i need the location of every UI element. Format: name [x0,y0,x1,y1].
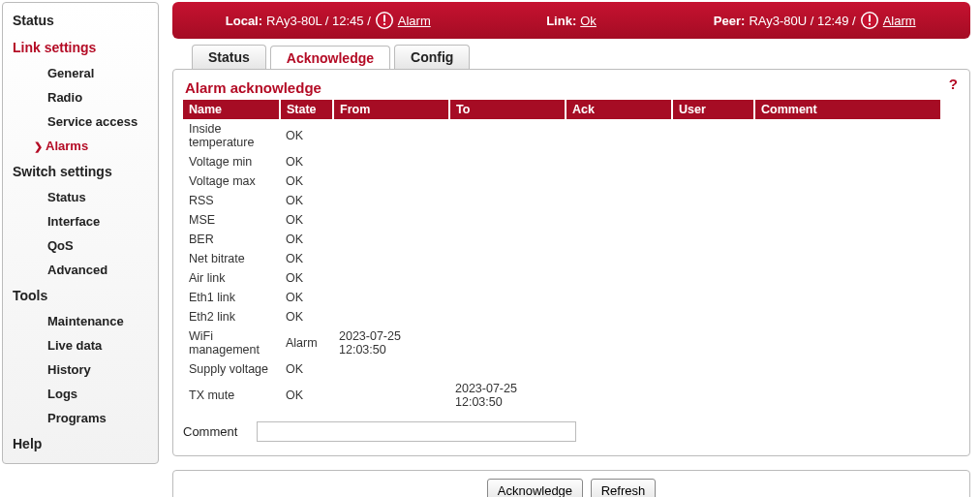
nav-interface[interactable]: Interface [3,209,158,233]
cell-from [333,268,449,288]
svg-rect-6 [869,16,871,22]
nav-tools[interactable]: Tools [3,282,158,309]
link-value[interactable]: Ok [580,14,597,28]
help-icon[interactable]: ? [949,76,958,92]
nav-status[interactable]: Status [3,7,158,34]
cell-name: WiFi management [183,326,280,359]
nav-logs[interactable]: Logs [3,382,158,406]
nav-service-access[interactable]: Service access [3,109,158,134]
table-row: MSEOK [183,210,940,230]
nav-alarms[interactable]: Alarms [3,134,158,158]
cell-state: OK [280,119,333,152]
col-ack: Ack [566,100,672,119]
cell-name: Voltage max [183,171,280,191]
local-label: Local: [226,14,262,28]
cell-comment [754,307,940,326]
nav-help[interactable]: Help [3,430,158,457]
tab-status[interactable]: Status [192,45,266,69]
tab-config[interactable]: Config [394,45,470,69]
cell-to [449,307,566,326]
panel-title: Alarm acknowledge [185,79,960,96]
cell-ack [566,119,672,152]
refresh-button[interactable]: Refresh [591,479,657,497]
cell-user [672,288,754,307]
nav-live-data[interactable]: Live data [3,333,158,357]
cell-to [449,249,566,268]
cell-from [333,307,449,326]
cell-ack [566,191,672,210]
local-value: RAy3-80L / 12:45 / [266,14,371,28]
nav-radio[interactable]: Radio [3,85,158,109]
local-alarm-link[interactable]: Alarm [398,14,431,28]
cell-comment [754,191,940,210]
cell-ack [566,230,672,249]
nav-link-settings[interactable]: Link settings [3,34,158,61]
cell-state: OK [280,359,333,379]
table-row: Net bitrateOK [183,249,940,268]
cell-comment [754,268,940,288]
cell-user [672,191,754,210]
cell-ack [566,171,672,191]
cell-from [333,191,449,210]
peer-label: Peer: [714,14,746,28]
cell-name: Eth1 link [183,288,280,307]
nav-switch-status[interactable]: Status [3,185,158,209]
table-row: Voltage maxOK [183,171,940,191]
nav-advanced[interactable]: Advanced [3,258,158,282]
alarm-table: Name State From To Ack User Comment Insi… [183,100,940,412]
cell-to [449,191,566,210]
nav-switch-settings[interactable]: Switch settings [3,158,158,185]
cell-state: OK [280,307,333,326]
table-row: TX muteOK2023-07-25 12:03:50 [183,379,940,412]
table-row: Eth1 linkOK [183,288,940,307]
cell-name: Air link [183,268,280,288]
nav-general[interactable]: General [3,61,158,85]
nav-qos[interactable]: QoS [3,233,158,258]
cell-state: OK [280,210,333,230]
cell-user [672,119,754,152]
cell-user [672,307,754,326]
cell-ack [566,210,672,230]
cell-name: Voltage min [183,152,280,171]
col-comment: Comment [754,100,940,119]
table-header-row: Name State From To Ack User Comment [183,100,940,119]
cell-state: OK [280,379,333,412]
col-from: From [333,100,449,119]
cell-user [672,249,754,268]
nav-maintenance[interactable]: Maintenance [3,309,158,333]
cell-ack [566,326,672,359]
cell-state: OK [280,230,333,249]
cell-user [672,210,754,230]
nav-programs[interactable]: Programs [3,406,158,430]
table-row: Air linkOK [183,268,940,288]
footer-panel: Acknowledge Refresh [172,470,970,497]
tab-acknowledge[interactable]: Acknowledge [270,46,390,70]
comment-input[interactable] [257,421,576,442]
peer-alarm-link[interactable]: Alarm [883,14,916,28]
cell-name: BER [183,230,280,249]
cell-state: OK [280,268,333,288]
cell-comment [754,249,940,268]
acknowledge-button[interactable]: Acknowledge [487,479,583,497]
table-row: WiFi managementAlarm2023-07-25 12:03:50 [183,326,940,359]
cell-comment [754,230,940,249]
svg-rect-7 [869,23,871,25]
tabs: Status Acknowledge Config [172,45,970,69]
cell-user [672,171,754,191]
cell-from [333,379,449,412]
cell-ack [566,152,672,171]
cell-ack [566,359,672,379]
cell-from [333,230,449,249]
col-user: User [672,100,754,119]
cell-comment [754,326,940,359]
cell-to [449,230,566,249]
cell-state: OK [280,288,333,307]
table-row: Supply voltageOK [183,359,940,379]
cell-to: 2023-07-25 12:03:50 [449,379,566,412]
nav-history[interactable]: History [3,357,158,382]
cell-comment [754,210,940,230]
cell-comment [754,119,940,152]
cell-to [449,210,566,230]
cell-state: OK [280,249,333,268]
cell-to [449,171,566,191]
